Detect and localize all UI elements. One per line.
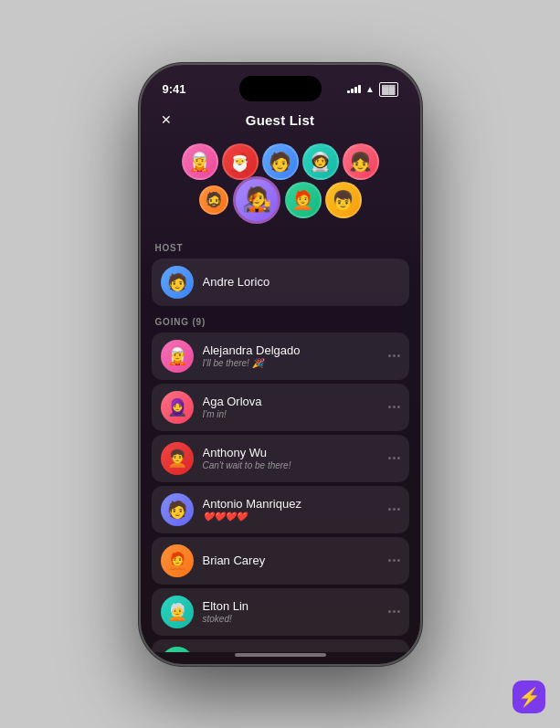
guest-item-anthony[interactable]: 🧑‍🦱 Anthony Wu Can't wait to be there! [152,435,409,482]
more-antonio[interactable] [388,508,400,511]
phone-frame: 9:41 ▲ ▓▓ ✕ Guest List 🧝 🎅 [139,63,422,666]
home-indicator [235,653,326,657]
status-time: 9:41 [163,82,186,96]
more-anthony[interactable] [388,457,400,459]
content-elton: Elton Lin stoked! [203,599,379,624]
host-name: Andre Lorico [203,275,400,289]
guest-item-aga[interactable]: 🧕 Aga Orlova I'm in! [152,384,409,431]
avatar-aga: 🧕 [161,391,194,424]
battery-icon: ▓▓ [379,82,398,97]
host-content: Andre Lorico [203,275,400,289]
scrollable-list[interactable]: 🧝 Alejandra Delgado I'll be there! 🎉 🧕 A… [152,332,409,652]
cluster-avatar-9: 👦 [325,182,362,218]
close-button[interactable]: ✕ [155,109,177,131]
name-alejandra: Alejandra Delgado [203,343,379,357]
signal-icon [347,85,361,93]
avatar-jenica: 👩 [161,647,194,652]
content-anthony: Anthony Wu Can't wait to be there! [203,446,379,470]
cluster-avatar-6: 🧔 [199,185,228,215]
cluster-avatar-4: 🧑‍🚀 [302,143,339,180]
name-antonio: Antonio Manriquez [203,497,379,511]
content-brian: Brian Carey [203,554,379,567]
guest-item-jenica[interactable]: 👩 Jenica Chong [152,639,409,652]
host-avatar: 🧑 [161,266,194,299]
status-aga: I'm in! [203,409,379,419]
host-section-label: HOST [152,239,409,258]
avatar-cluster: 🧝 🎅 🧑 🧑‍🚀 👧 🧔 🧑‍🎤 🧑‍🦰 👦 [141,139,420,239]
going-section: GOING (9) 🧝 Alejandra Delgado I'll be th… [141,313,420,652]
status-elton: stoked! [203,614,379,624]
status-anthony: Can't wait to be there! [203,460,379,470]
more-elton[interactable] [388,610,400,613]
avatar-elton: 🧑‍🦳 [161,596,194,628]
cluster-avatar-1: 🧝 [182,143,218,180]
status-alejandra: I'll be there! 🎉 [203,358,379,368]
content-antonio: Antonio Manriquez ❤️❤️❤️❤️ [203,497,379,522]
header: ✕ Guest List [141,105,420,139]
wifi-icon: ▲ [365,84,375,94]
name-elton: Elton Lin [203,599,379,613]
guest-item-antonio[interactable]: 🧑 Antonio Manriquez ❤️❤️❤️❤️ [152,486,409,533]
dynamic-island [239,76,322,101]
avatar-alejandra: 🧝 [161,340,194,373]
guest-item-alejandra[interactable]: 🧝 Alejandra Delgado I'll be there! 🎉 [152,332,409,380]
status-icons: ▲ ▓▓ [347,82,398,97]
name-anthony: Anthony Wu [203,446,379,459]
bolt-watermark: ⚡ [512,681,545,713]
content-alejandra: Alejandra Delgado I'll be there! 🎉 [203,343,379,368]
status-antonio: ❤️❤️❤️❤️ [203,512,379,522]
host-item[interactable]: 🧑 Andre Lorico [152,258,409,306]
going-section-label: GOING (9) [152,313,409,332]
cluster-avatar-3: 🧑 [262,143,299,180]
cluster-avatar-2: 🎅 [222,143,259,180]
avatar-brian: 🧑‍🦰 [161,544,194,577]
cluster-avatar-7: 🧑‍🎤 [233,176,280,224]
name-brian: Brian Carey [203,554,379,567]
cluster-avatar-5: 👧 [343,143,379,180]
header-title: Guest List [246,112,314,128]
cluster-avatar-8: 🧑‍🦰 [285,182,322,218]
more-aga[interactable] [388,406,400,408]
avatar-anthony: 🧑‍🦱 [161,442,194,475]
avatar-antonio: 🧑 [161,493,194,526]
guest-item-brian[interactable]: 🧑‍🦰 Brian Carey [152,537,409,585]
screen: 9:41 ▲ ▓▓ ✕ Guest List 🧝 🎅 [141,65,420,664]
guest-item-elton[interactable]: 🧑‍🦳 Elton Lin stoked! [152,588,409,636]
host-section: HOST 🧑 Andre Lorico [141,239,420,306]
content-aga: Aga Orlova I'm in! [203,395,379,419]
name-aga: Aga Orlova [203,395,379,408]
more-alejandra[interactable] [388,354,400,357]
more-brian[interactable] [388,559,400,562]
